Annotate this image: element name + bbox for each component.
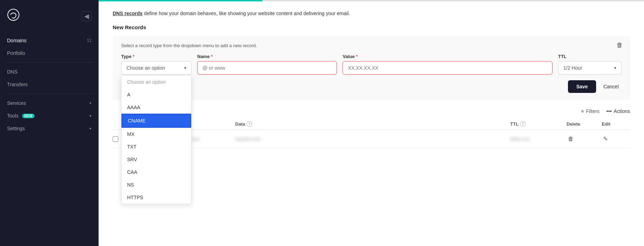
filters-button[interactable]: ≡ Filters	[581, 108, 599, 114]
row-ttl-cell: ttlblurred	[510, 136, 567, 142]
type-required-star: *	[133, 54, 135, 59]
sidebar-item-transfers[interactable]: Transfers	[0, 78, 99, 91]
dropdown-option-placeholder[interactable]: Choose an option	[121, 76, 191, 88]
sidebar-item-label: Domains	[7, 38, 26, 43]
filters-label: Filters	[586, 108, 599, 114]
dropdown-option-caa[interactable]: CAA	[121, 166, 191, 178]
dns-records-link[interactable]: DNS records	[113, 11, 143, 16]
ttl-select-button[interactable]: 1/2 Hour ▾	[558, 61, 621, 75]
ttl-select-wrapper: 1/2 Hour ▾	[558, 61, 621, 75]
pencil-icon: ✎	[603, 136, 608, 142]
dns-intro-text: DNS records define how your domain behav…	[113, 10, 630, 17]
value-required-star: *	[356, 54, 358, 59]
trash-icon: 🗑	[617, 42, 623, 49]
filters-icon: ≡	[581, 108, 584, 114]
row-checkbox[interactable]	[113, 136, 118, 142]
sidebar-item-services[interactable]: Services ▾	[0, 97, 99, 109]
sidebar-item-settings[interactable]: Settings ▾	[0, 122, 99, 135]
sidebar-item-label: Transfers	[7, 82, 28, 87]
value-field-group: Value *	[343, 54, 552, 75]
value-input[interactable]	[343, 61, 552, 75]
sidebar-item-portfolio[interactable]: Portfolio	[0, 47, 99, 59]
data-help-icon: ?	[246, 121, 252, 127]
name-required-star: *	[211, 54, 213, 59]
sidebar-item-domains[interactable]: Domains 11	[0, 34, 99, 47]
sidebar-item-label: DNS	[7, 69, 18, 75]
type-label: Type *	[121, 54, 192, 59]
cancel-button[interactable]: Cancel	[600, 80, 621, 93]
type-select-button[interactable]: Choose an option ▾	[121, 61, 192, 75]
type-select-value: Choose an option	[126, 65, 165, 71]
dropdown-option-aaaa[interactable]: AAAA	[121, 101, 191, 114]
ttl-field-group: TTL 1/2 Hour ▾	[558, 54, 621, 75]
table-header-edit: Edit	[602, 121, 630, 127]
sidebar-item-dns[interactable]: DNS	[0, 65, 99, 78]
dropdown-option-https[interactable]: HTTPS	[121, 191, 191, 204]
sidebar-domains-count: 11	[87, 38, 92, 43]
dropdown-option-a[interactable]: A	[121, 88, 191, 101]
ttl-help-icon: ?	[520, 121, 526, 127]
sidebar-collapse-button[interactable]: ◀	[82, 11, 92, 21]
dns-intro-rest: define how your domain behaves, like sho…	[144, 11, 350, 16]
progress-bar	[99, 0, 644, 1]
chevron-down-icon: ▾	[184, 65, 186, 70]
type-field-group: Type * Choose an option ▾ Choose an opti…	[121, 54, 192, 75]
name-input[interactable]	[197, 61, 337, 75]
type-select-wrapper: Choose an option ▾ Choose an option A	[121, 61, 192, 75]
delete-row-button[interactable]: 🗑	[617, 42, 623, 49]
row-delete-button[interactable]: 🗑	[567, 134, 575, 144]
row-edit-button[interactable]: ✎	[602, 134, 609, 144]
dropdown-option-txt[interactable]: TXT	[121, 140, 191, 153]
new-records-title: New Records	[113, 24, 630, 30]
sidebar-tools-expand-icon: ▾	[89, 114, 92, 118]
form-actions: Save Cancel	[121, 80, 621, 93]
row-data-cell: datablurred	[235, 136, 510, 142]
sidebar-item-tools[interactable]: Tools NEW ▾	[0, 109, 99, 122]
table-header-delete: Delete	[567, 121, 602, 127]
sidebar-item-label: Services	[7, 100, 26, 106]
dropdown-option-ns[interactable]: NS	[121, 178, 191, 191]
sidebar-item-label: Portfolio	[7, 50, 25, 56]
progress-bar-fill	[99, 0, 262, 1]
name-label: Name *	[197, 54, 337, 59]
ttl-label: TTL	[558, 54, 621, 59]
tools-badge: NEW	[22, 114, 35, 118]
value-label: Value *	[343, 54, 552, 59]
actions-label: Actions	[614, 108, 630, 114]
sidebar-nav: Domains 11 Portfolio DNS Transfers Servi…	[0, 32, 99, 137]
dropdown-option-srv[interactable]: SRV	[121, 153, 191, 166]
form-fields-row: Type * Choose an option ▾ Choose an opti…	[121, 54, 621, 75]
main-content-area: DNS records define how your domain behav…	[99, 0, 644, 246]
sidebar-services-expand-icon: ▾	[89, 101, 92, 106]
name-field-group: Name *	[197, 54, 337, 75]
dots-icon: •••	[606, 108, 612, 114]
ttl-chevron-down-icon: ▾	[614, 65, 616, 70]
logo-icon	[7, 8, 20, 24]
ttl-select-value: 1/2 Hour	[563, 65, 582, 71]
sidebar-settings-expand-icon: ▾	[89, 126, 92, 131]
svg-point-0	[8, 9, 19, 20]
sidebar-item-label: Tools	[7, 113, 19, 119]
sidebar-header: ◀	[0, 6, 99, 32]
dropdown-option-cname[interactable]: CNAME	[121, 114, 191, 128]
form-hint-text: Select a record type from the dropdown m…	[121, 43, 621, 48]
table-header-data: Data ?	[235, 121, 510, 127]
row-edit-cell: ✎	[602, 134, 630, 144]
actions-button[interactable]: ••• Actions	[606, 108, 630, 114]
delete-icon: 🗑	[568, 136, 574, 142]
save-button[interactable]: Save	[568, 80, 596, 93]
sidebar-item-label: Settings	[7, 126, 25, 131]
sidebar-divider-2	[6, 94, 93, 94]
type-dropdown-menu: Choose an option A AAAA CNAME	[121, 75, 192, 204]
row-actions-cell: 🗑	[567, 134, 602, 144]
new-record-form: Select a record type from the dropdown m…	[113, 36, 630, 100]
dropdown-option-mx[interactable]: MX	[121, 128, 191, 140]
table-header-ttl: TTL ?	[510, 121, 567, 127]
sidebar: ◀ Domains 11 Portfolio DNS Transfers	[0, 0, 99, 246]
sidebar-divider-1	[6, 62, 93, 63]
